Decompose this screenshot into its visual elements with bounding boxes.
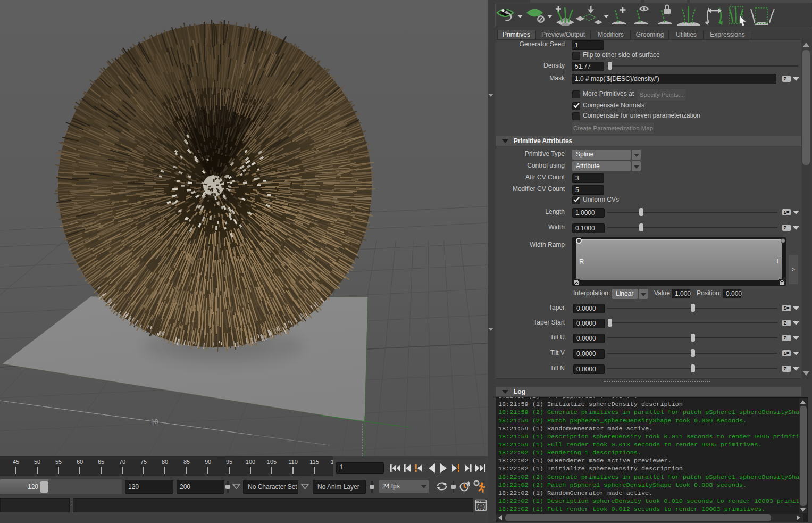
svg-text:10: 10 (151, 418, 158, 426)
svg-text:{;}: {;} (476, 504, 485, 510)
